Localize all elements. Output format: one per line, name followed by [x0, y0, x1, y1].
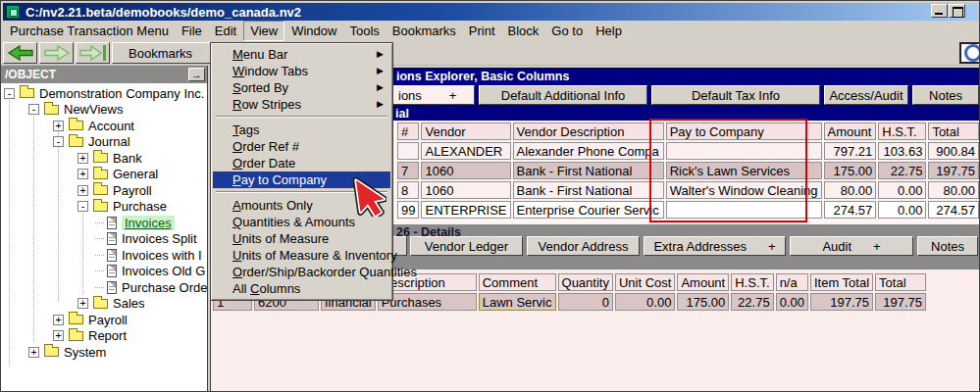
menu-item-all-columns[interactable]: All Columns — [213, 280, 390, 297]
tree-item-purchase[interactable]: -Purchase — [1, 199, 208, 216]
menu-print[interactable]: Print — [463, 22, 501, 40]
cell-quantity[interactable]: 0 — [558, 293, 613, 311]
menu-edit[interactable]: Edit — [209, 22, 242, 40]
menu-window[interactable]: Window — [285, 22, 342, 40]
menu-view[interactable]: View — [243, 21, 284, 41]
tree-toggle[interactable]: + — [77, 169, 88, 179]
tree-toggle[interactable]: + — [53, 330, 64, 341]
menu-item-menu-bar[interactable]: Menu Bar▶ — [213, 46, 390, 63]
vendor-address-button[interactable]: Vendor Address — [527, 236, 640, 256]
menu-item-tags[interactable]: Tags — [213, 122, 390, 138]
tree-item-demonstration-company[interactable]: -Demonstration Company Inc. — [1, 85, 208, 102]
tree-item-general[interactable]: +General — [1, 167, 208, 183]
menu-item-window-tabs[interactable]: Window Tabs▶ — [213, 63, 390, 79]
tree-toggle[interactable]: + — [53, 315, 64, 325]
cell-pay-to-company-highlighted[interactable]: Rick's Lawn Services — [666, 162, 822, 179]
cell-total[interactable]: 900.84 — [928, 142, 979, 160]
cell-pay-to-company[interactable] — [666, 201, 822, 219]
menu-block[interactable]: Block — [502, 22, 545, 40]
tree-item-payroll-journal[interactable]: +Payroll — [1, 182, 208, 199]
cell-vendor[interactable]: 1060 — [421, 162, 510, 179]
cell-total[interactable]: 197.75 — [875, 293, 926, 311]
menu-file[interactable]: File — [176, 22, 208, 40]
cell-unit-cost[interactable]: 0.00 — [615, 293, 675, 311]
audit-button[interactable]: Audit + — [790, 236, 913, 256]
cell-vendor-description[interactable]: Alexander Phone Compa — [513, 142, 664, 160]
cell-ref[interactable] — [397, 142, 419, 160]
minimize-button[interactable] — [931, 4, 948, 18]
tree-toggle[interactable]: + — [28, 347, 39, 358]
tree-toggle[interactable]: - — [53, 136, 64, 147]
tree-item-invoices-with[interactable]: Invoices with I — [1, 247, 208, 264]
cell-vendor[interactable]: ENTERPRISE — [421, 201, 510, 219]
cell-pay-to-company[interactable] — [666, 142, 822, 160]
tree-item-journal[interactable]: -Journal — [1, 134, 208, 151]
menu-item-row-stripes[interactable]: Row Stripes▶ — [213, 96, 390, 113]
notes-button[interactable]: Notes — [912, 85, 979, 105]
menu-item-units-of-measure[interactable]: Units of Measure — [213, 230, 390, 247]
cell-vendor-description[interactable]: Enterprise Courier Servic — [513, 201, 664, 219]
tree-toggle[interactable]: + — [53, 121, 64, 131]
menu-bookmarks[interactable]: Bookmarks — [387, 22, 462, 40]
cell-ref[interactable]: 7 — [397, 162, 419, 179]
maximize-button[interactable] — [949, 4, 965, 18]
tree-toggle[interactable]: - — [77, 201, 88, 212]
cell-total[interactable]: 274.57 — [928, 201, 979, 219]
cell-amount[interactable]: 797.21 — [824, 142, 877, 160]
tree-item-account[interactable]: +Account — [1, 118, 208, 134]
menu-tools[interactable]: Tools — [343, 22, 385, 40]
forward-button[interactable] — [39, 42, 74, 64]
menu-item-order-ship-backorder[interactable]: Order/Ship/Backorder Quantities — [213, 264, 390, 280]
tree-item-invoices[interactable]: Invoices — [1, 215, 208, 231]
tree-item-sales[interactable]: +Sales — [1, 296, 208, 313]
menu-item-sorted-by[interactable]: Sorted By▶ — [213, 79, 390, 96]
cell-comment-highlighted[interactable]: Lawn Servic — [479, 293, 556, 311]
access-audit-button[interactable]: Access/Audit — [824, 85, 908, 105]
cell-total[interactable]: 197.75 — [928, 162, 979, 179]
cell-hst[interactable]: 22.75 — [731, 293, 773, 311]
cell-hst[interactable]: 22.75 — [878, 162, 926, 179]
cell-total[interactable]: 80.00 — [928, 181, 979, 199]
cell-item-total[interactable]: 197.75 — [810, 293, 873, 311]
default-additional-info-button[interactable]: Default Additional Info — [479, 85, 647, 105]
tree-toggle[interactable]: + — [77, 153, 88, 164]
tree-item-invoices-split[interactable]: Invoices Split — [1, 231, 208, 248]
menu-item-order-date[interactable]: Order Date — [213, 155, 390, 172]
cell-na[interactable]: 0.00 — [776, 293, 808, 311]
menu-help[interactable]: Help — [590, 22, 628, 40]
cell-amount[interactable]: 175.00 — [677, 293, 729, 311]
default-tax-info-button[interactable]: Default Tax Info — [651, 85, 820, 105]
tree-item-invoices-old-g[interactable]: Invoices Old G — [1, 264, 208, 280]
back-button[interactable] — [3, 42, 37, 64]
cell-hst[interactable]: 0.00 — [878, 201, 926, 219]
tree-panel-arrow-button[interactable]: → — [188, 68, 205, 81]
tree-toggle[interactable]: + — [77, 298, 88, 309]
extra-addresses-button[interactable]: Extra Addresses + — [644, 236, 786, 256]
cell-amount[interactable]: 80.00 — [824, 181, 877, 199]
cell-hst[interactable]: 103.63 — [878, 142, 926, 160]
cell-ref[interactable]: 8 — [397, 181, 419, 199]
toolbar-edge-icon[interactable] — [959, 42, 980, 64]
menu-item-order-ref[interactable]: Order Ref # — [213, 138, 390, 155]
tree-item-report[interactable]: +Report — [1, 328, 208, 345]
forward-end-button[interactable] — [76, 42, 110, 64]
tree-item-payroll[interactable]: +Payroll — [1, 312, 208, 328]
details-notes-button[interactable]: Notes — [917, 236, 978, 256]
cell-vendor[interactable]: 1060 — [421, 181, 510, 199]
menu-item-units-of-measure-inventory[interactable]: Units of Measure & Inventory — [213, 247, 390, 264]
cell-amount[interactable]: 274.57 — [824, 201, 877, 219]
tree-toggle[interactable]: - — [28, 104, 39, 115]
cell-amount[interactable]: 175.00 — [824, 162, 877, 179]
cell-pay-to-company[interactable]: Walter's Window Cleaning — [666, 181, 822, 199]
cell-vendor[interactable]: ALEXANDER — [421, 142, 510, 160]
cell-ref[interactable]: 99 — [397, 201, 419, 219]
tree-item-bank[interactable]: +Bank — [1, 150, 208, 167]
tree-item-newviews[interactable]: -NewViews — [1, 102, 208, 119]
menu-go-to[interactable]: Go to — [545, 22, 589, 40]
menu-purchase-transaction-menu[interactable]: Purchase Transaction Menu — [4, 22, 175, 40]
vendor-ledger-button[interactable]: Vendor Ledger — [410, 236, 523, 256]
cell-hst[interactable]: 0.00 — [878, 181, 926, 199]
tree-item-purchase-orders[interactable]: Purchase Orde — [1, 279, 208, 296]
tree-item-system[interactable]: +System — [1, 344, 208, 361]
cell-vendor-description[interactable]: Bank - First National — [513, 162, 664, 179]
